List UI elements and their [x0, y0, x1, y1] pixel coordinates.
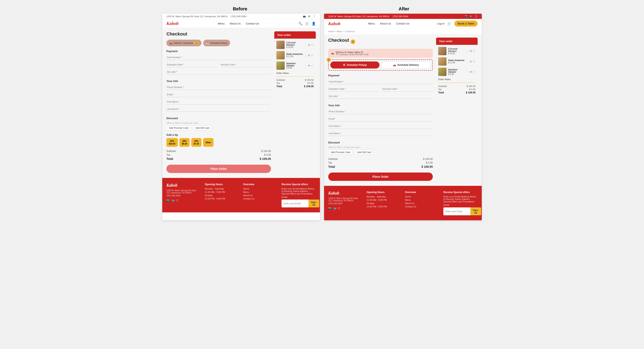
after-item3-minus[interactable]: − [466, 70, 469, 74]
after-instagram-icon[interactable]: 📷 [465, 15, 468, 18]
after-last-input[interactable] [328, 131, 433, 136]
after-phone-input[interactable] [328, 109, 433, 114]
before-place-order-btn[interactable]: Place Order [166, 165, 271, 173]
after-footer-about[interactable]: About Us [405, 202, 439, 204]
after-card-input[interactable] [328, 79, 433, 84]
after-item2-qty: 2 [470, 60, 472, 63]
after-menu-link[interactable]: Menu [368, 22, 375, 25]
after-item2-minus[interactable]: − [466, 60, 469, 63]
before-order-item-2: Steak shawarma $ 11.50 − 2 + [276, 51, 314, 59]
before-security-input[interactable] [220, 62, 271, 67]
before-first-input[interactable] [166, 99, 271, 104]
before-gift-btn[interactable]: Add Gift Card [193, 125, 212, 130]
before-tip-other[interactable]: Other [203, 138, 214, 147]
before-item2-plus[interactable]: + [310, 54, 314, 57]
before-instagram-icon[interactable]: 📷 [303, 15, 306, 18]
before-tip-15[interactable]: 15% $7.19 [191, 138, 202, 147]
after-footer-menu[interactable]: Menu [405, 199, 439, 201]
after-email-footer-input[interactable] [443, 207, 470, 215]
before-weekday-hours: 11:00 AM - 9:00 PM [205, 191, 239, 193]
before-card-input[interactable] [166, 55, 271, 60]
after-footer-home[interactable]: Home [405, 195, 439, 198]
before-footer-instagram[interactable]: 📷 [166, 199, 170, 202]
after-nav: Kabob Menu About Us Contact Us Log in 🛒 … [324, 19, 482, 29]
before-item1-minus[interactable]: − [304, 43, 308, 47]
after-delivery-to-box: 🚗 Delivery to Vegas Valley Dr 📅 Tomorrow… [328, 49, 433, 58]
before-fork-icon: 🍴 [313, 15, 316, 18]
before-signup-btn[interactable]: Sign-Up [308, 199, 319, 207]
after-promote-btn[interactable]: Add Promote Code [328, 150, 353, 155]
before-offers-label: Offers & Gifts (1 of each per order) [166, 122, 271, 124]
after-book-btn[interactable]: Book a Table [454, 21, 478, 27]
before-tip-20[interactable]: 20% $9.34 [180, 138, 190, 147]
before-order-notes: Order Notes [276, 72, 314, 74]
before-cart-icon[interactable]: 🛒 [305, 22, 309, 26]
before-footer-about[interactable]: About Us [243, 194, 278, 197]
after-security-input[interactable] [382, 86, 433, 92]
after-cart-icon[interactable]: 🛒 [447, 22, 452, 26]
before-weekend: Sunday [205, 194, 239, 197]
after-footer-twitter[interactable]: 🐦 [334, 207, 337, 210]
before-contact-link[interactable]: Contact Us [246, 22, 259, 25]
before-search-icon[interactable]: 🔍 [298, 22, 302, 26]
before-footer-home[interactable]: Home [243, 187, 278, 190]
before-item1-plus[interactable]: + [310, 43, 314, 47]
after-signup-btn[interactable]: Sign-Up [470, 207, 481, 215]
after-contact-link[interactable]: Contact Us [396, 22, 409, 25]
after-twitter-icon[interactable]: 🐦 [470, 15, 473, 18]
before-email-footer-input[interactable] [282, 199, 308, 207]
after-delivery-options: 1 🗓 Schedule Pickup 🚗 Schedule Delivery [328, 59, 433, 71]
before-twitter-icon[interactable]: 🐦 [308, 15, 311, 18]
before-pickup-btn[interactable]: 📅 Schedule Pickup [203, 40, 230, 46]
after-zip-input[interactable] [328, 94, 433, 99]
before-footer-menu[interactable]: Menu [243, 191, 278, 193]
before-footer: Kabob 1205 W. Warm Springs Rd Suite 112,… [162, 178, 320, 212]
before-phone-input[interactable] [166, 85, 271, 90]
before-item3-img [276, 62, 285, 70]
before-item3-minus[interactable]: − [304, 64, 308, 67]
before-user-icon[interactable]: 👤 [312, 22, 316, 26]
after-checkout-title: Checkout [328, 38, 349, 43]
after-pickup-btn[interactable]: 🗓 Schedule Pickup [330, 62, 380, 69]
after-login-link[interactable]: Log in [437, 22, 444, 25]
after-footer-facebook[interactable]: f [338, 207, 340, 210]
after-first-input[interactable] [328, 124, 433, 129]
after-expiration-input[interactable] [328, 86, 379, 92]
before-footer-facebook[interactable]: f [177, 199, 178, 202]
after-place-order-btn[interactable]: Place Order [328, 173, 433, 181]
before-tip-22[interactable]: 22% $10.54 [166, 138, 178, 147]
after-weekday-hours: 11:00 AM - 9:00 PM [366, 199, 401, 201]
before-promote-btn[interactable]: Add Promote Code [166, 125, 191, 130]
before-item1-qty: 3 [308, 44, 310, 46]
before-footer-phone: (702) 565-5564 [166, 195, 201, 197]
after-item2-plus[interactable]: + [472, 60, 476, 63]
before-item2-minus[interactable]: − [304, 54, 308, 57]
before-footer-contact[interactable]: Contact Us [243, 197, 278, 200]
after-about-link[interactable]: About Us [380, 22, 391, 25]
before-menu-link[interactable]: Menu [218, 22, 225, 25]
after-footer-instagram[interactable]: 📷 [328, 207, 332, 210]
before-item3-plus[interactable]: + [310, 64, 314, 67]
before-email-input[interactable] [166, 92, 271, 97]
after-email-input[interactable] [328, 116, 433, 121]
before-special-title: Receive Special offers [282, 183, 316, 186]
before-about-link[interactable]: About Us [230, 22, 241, 25]
before-footer-twitter[interactable]: 🐦 [172, 199, 175, 202]
before-last-input[interactable] [166, 107, 271, 112]
after-order-notes: Order Notes [438, 78, 476, 81]
after-item3-plus[interactable]: + [472, 70, 476, 74]
after-topbar: 1205 W. Warm Springs Rd Suite 112, Hende… [324, 14, 482, 19]
before-nav: Kabob Menu About Us Contact Us 🔍 🛒 👤 [162, 19, 320, 28]
after-footer-contact[interactable]: Contact Us [405, 205, 439, 208]
before-expiration-input[interactable] [166, 62, 217, 67]
before-delivery-btn[interactable]: 🚗 Delivery, Tomorrow 1 [166, 40, 202, 46]
before-your-info-title: Your info [166, 80, 271, 83]
before-item3-qty: 4 [308, 65, 310, 67]
before-main: Checkout 🚗 Delivery, Tomorrow 1 📅 Schedu… [162, 28, 320, 178]
after-gift-btn[interactable]: Add Gift Card [355, 150, 374, 155]
after-order-panel: Your order 2 Ground Skewers $ 16.00 − 3 [436, 38, 478, 182]
after-item1-minus[interactable]: − [466, 50, 469, 53]
after-delivery-btn[interactable]: 🚗 Schedule Delivery [381, 62, 431, 69]
after-item1-plus[interactable]: + [472, 50, 476, 53]
before-zip-input[interactable] [166, 69, 271, 75]
